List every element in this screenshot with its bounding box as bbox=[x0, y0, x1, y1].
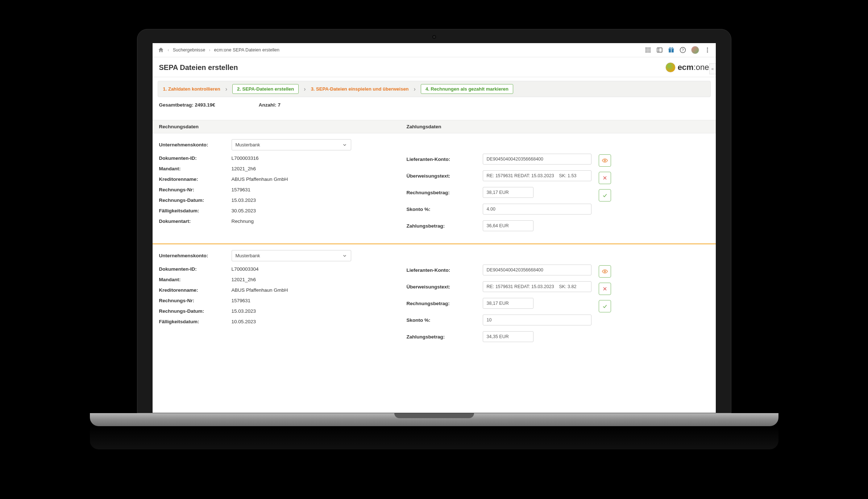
total-label: Gesamtbetrag: bbox=[159, 102, 194, 108]
invoice-data-col: Unternehmenskonto: Musterbank Dokumenten… bbox=[159, 250, 407, 348]
eye-icon bbox=[602, 158, 608, 163]
check-icon bbox=[602, 303, 608, 309]
page-title: SEPA Dateien erstellen bbox=[159, 63, 238, 72]
value-kreditor: ABUS Pfaffenhaun GmbH bbox=[232, 176, 288, 182]
svg-rect-3 bbox=[645, 50, 647, 51]
check-icon bbox=[602, 192, 608, 198]
svg-rect-2 bbox=[649, 47, 650, 49]
input-lieferanten-konto[interactable] bbox=[483, 265, 591, 275]
label-kreditor: Kreditorenname: bbox=[159, 287, 232, 293]
user-avatar[interactable] bbox=[691, 46, 699, 54]
side-expand-tab[interactable]: « bbox=[709, 63, 716, 74]
view-button[interactable] bbox=[599, 265, 611, 278]
summary-row: Gesamtbetrag: 2493.19€ Anzahl: 7 bbox=[153, 97, 716, 111]
section-head-right: Zahlungsdaten bbox=[407, 124, 709, 129]
wizard-step-2[interactable]: 2. SEPA-Dateien erstellen bbox=[232, 84, 299, 94]
eye-icon bbox=[602, 269, 608, 274]
svg-rect-0 bbox=[645, 47, 647, 49]
logo-text-a: ecm bbox=[678, 63, 694, 72]
topbar-actions: ? bbox=[645, 46, 711, 54]
svg-rect-6 bbox=[645, 51, 647, 53]
page-header: SEPA Dateien erstellen ecm:one bbox=[153, 57, 716, 77]
input-zahlungsbetrag[interactable] bbox=[483, 220, 533, 231]
svg-point-15 bbox=[672, 47, 673, 49]
count-value: 7 bbox=[278, 102, 281, 108]
input-rechnungsbetrag[interactable] bbox=[483, 298, 533, 309]
x-icon bbox=[602, 286, 608, 292]
svg-point-19 bbox=[707, 50, 708, 51]
value-dokumentart: Rechnung bbox=[232, 219, 254, 224]
count-label: Anzahl: bbox=[259, 102, 277, 108]
panel-icon[interactable] bbox=[656, 47, 663, 53]
breadcrumb: ‹ Suchergebnisse › ecm:one SEPA Dateien … bbox=[158, 47, 279, 53]
value-mandant: 12021_2h6 bbox=[232, 277, 256, 282]
svg-rect-1 bbox=[647, 47, 648, 49]
svg-rect-7 bbox=[647, 51, 648, 53]
breadcrumb-current: ecm:one SEPA Dateien erstellen bbox=[214, 47, 279, 53]
wizard-steps: 1. Zahldaten kontrollieren › 2. SEPA-Dat… bbox=[158, 81, 711, 97]
company-account-select[interactable]: Musterbank bbox=[232, 250, 351, 261]
company-account-select[interactable]: Musterbank bbox=[232, 139, 351, 150]
value-kreditor: ABUS Pfaffenhaun GmbH bbox=[232, 287, 288, 293]
svg-rect-9 bbox=[657, 48, 662, 52]
label-faelligkeit: Fälligkeitsdatum: bbox=[159, 319, 232, 324]
svg-point-18 bbox=[707, 47, 708, 49]
home-icon[interactable] bbox=[158, 47, 164, 53]
svg-rect-13 bbox=[671, 49, 672, 53]
approve-button[interactable] bbox=[599, 300, 611, 312]
input-ueberweisungstext[interactable] bbox=[483, 281, 591, 292]
wizard-step-4[interactable]: 4. Rechnungen als gezahlt markieren bbox=[421, 84, 513, 94]
gift-icon[interactable] bbox=[668, 47, 674, 53]
reject-button[interactable] bbox=[599, 283, 611, 295]
invoice-entry: Unternehmenskonto: Musterbank Dokumenten… bbox=[153, 244, 716, 354]
label-company-account: Unternehmenskonto: bbox=[159, 253, 232, 258]
label-skonto: Skonto %: bbox=[407, 317, 483, 323]
laptop-camera bbox=[432, 35, 436, 39]
chevron-down-icon bbox=[342, 142, 347, 147]
input-skonto[interactable] bbox=[483, 315, 591, 325]
input-skonto[interactable] bbox=[483, 204, 591, 215]
label-lieferanten-konto: Lieferanten-Konto: bbox=[407, 267, 483, 273]
globe-icon bbox=[665, 62, 676, 72]
logo-text-b: :one bbox=[694, 63, 709, 72]
view-button[interactable] bbox=[599, 154, 611, 167]
x-icon bbox=[602, 175, 608, 181]
entry-actions bbox=[599, 139, 611, 237]
label-dokumentart: Dokumentart: bbox=[159, 219, 232, 224]
label-faelligkeit: Fälligkeitsdatum: bbox=[159, 208, 232, 213]
value-mandant: 12021_2h6 bbox=[232, 166, 256, 171]
label-rechnung-datum: Rechnungs-Datum: bbox=[159, 308, 232, 314]
chevron-right-icon: › bbox=[304, 86, 306, 92]
label-rechnung-nr: Rechnungs-Nr: bbox=[159, 298, 232, 303]
more-icon[interactable] bbox=[704, 47, 711, 53]
laptop-bezel: ‹ Suchergebnisse › ecm:one SEPA Dateien … bbox=[137, 29, 731, 413]
wizard-step-3[interactable]: 3. SEPA-Dateien einspielen und überweise… bbox=[311, 86, 409, 92]
label-zahlungsbetrag: Zahlungsbetrag: bbox=[407, 223, 483, 229]
invoice-entry: Unternehmenskonto: Musterbank Dokumenten… bbox=[153, 133, 716, 244]
input-zahlungsbetrag[interactable] bbox=[483, 331, 533, 342]
help-icon[interactable]: ? bbox=[680, 47, 686, 53]
apps-icon[interactable] bbox=[645, 47, 651, 53]
entry-actions bbox=[599, 250, 611, 348]
payment-data-col: Lieferanten-Konto: Überweisungstext: Rec… bbox=[407, 139, 709, 237]
value-faelligkeit: 10.05.2023 bbox=[232, 319, 256, 324]
approve-button[interactable] bbox=[599, 189, 611, 201]
reject-button[interactable] bbox=[599, 172, 611, 184]
svg-text:?: ? bbox=[682, 48, 684, 52]
svg-rect-4 bbox=[647, 50, 648, 51]
value-rechnung-nr: 1579631 bbox=[232, 187, 251, 192]
value-rechnung-nr: 1579631 bbox=[232, 298, 251, 303]
brand-logo: ecm:one bbox=[665, 62, 709, 72]
breadcrumb-search[interactable]: Suchergebnisse bbox=[173, 47, 205, 53]
top-bar: ‹ Suchergebnisse › ecm:one SEPA Dateien … bbox=[153, 43, 716, 57]
input-ueberweisungstext[interactable] bbox=[483, 170, 591, 181]
value-doc-id: L700003316 bbox=[232, 155, 259, 161]
input-lieferanten-konto[interactable] bbox=[483, 154, 591, 165]
label-doc-id: Dokumenten-ID: bbox=[159, 155, 232, 161]
label-rechnungsbetrag: Rechnungsbetrag: bbox=[407, 190, 483, 195]
laptop-base bbox=[90, 413, 778, 426]
label-kreditor: Kreditorenname: bbox=[159, 176, 232, 182]
svg-point-21 bbox=[604, 160, 606, 161]
wizard-step-1[interactable]: 1. Zahldaten kontrollieren bbox=[163, 86, 220, 92]
input-rechnungsbetrag[interactable] bbox=[483, 187, 533, 198]
